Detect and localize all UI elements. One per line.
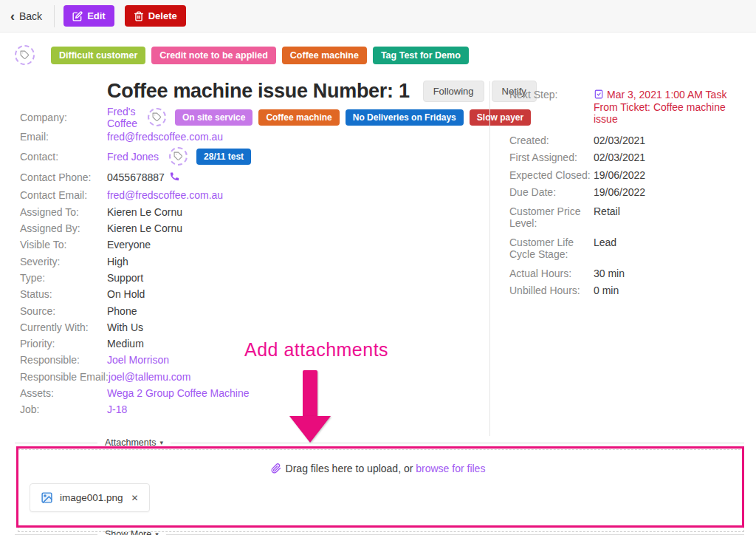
dropzone-text-row: Drag files here to upload, or browse for… (0, 463, 756, 474)
field-row-assets: Assets: Wega 2 Group Coffee Machine (20, 385, 481, 401)
summary-fields: Next Step: Mar 3, 2021 1:00 AM Task From… (509, 89, 749, 302)
attachments-section-toggle[interactable]: Attachments ▾ (15, 437, 744, 448)
tag-pill[interactable]: 28/11 test (196, 149, 251, 165)
field-label: Due Date: (509, 186, 594, 199)
field-label: Assets: (20, 387, 107, 399)
field-label: Customer Price Level: (509, 205, 594, 230)
source-value: Phone (107, 305, 137, 317)
attachment-file-name: image001.png (60, 492, 123, 503)
add-tag-icon[interactable] (169, 147, 188, 166)
field-row-type: Type: Support (20, 270, 481, 286)
tag-icon (20, 50, 30, 60)
field-row-due-date: Due Date: 19/06/2022 (509, 186, 749, 199)
company-link[interactable]: Fred's Coffee (107, 106, 137, 129)
field-row-assigned-to: Assigned To: Kieren Le Cornu (20, 204, 481, 220)
field-label: Customer Life Cycle Stage: (509, 236, 594, 261)
contact-phone-value: 0455678887 (107, 171, 165, 183)
field-label: Status: (20, 288, 107, 300)
trash-icon (134, 11, 144, 21)
field-label: Created: (509, 134, 594, 147)
calendar-check-icon (594, 89, 604, 100)
field-row-source: Source: Phone (20, 302, 481, 318)
priority-value: Medium (107, 338, 144, 350)
field-row-status: Status: On Hold (20, 286, 481, 302)
tag-pill[interactable]: Coffee machine (258, 109, 339, 126)
browse-files-link[interactable]: browse for files (416, 463, 485, 474)
field-row-job: Job: J-18 (20, 401, 481, 418)
email-link[interactable]: fred@fredscoffee.com.au (107, 131, 223, 143)
ticket-detail-page: ‹ Back Edit Delete Difficult customer Cr… (0, 0, 756, 535)
chevron-down-icon: ▾ (155, 531, 159, 535)
unbilled-hours-value: 0 min (594, 284, 619, 297)
field-label: Contact Email: (20, 189, 107, 201)
tag-pill[interactable]: Credit note to be applied (151, 47, 276, 64)
edit-pencil-icon (72, 11, 83, 21)
contact-link[interactable]: Fred Jones (107, 151, 159, 163)
tag-pill[interactable]: On site service (175, 109, 252, 126)
field-label: Company: (20, 112, 107, 123)
responsible-link[interactable]: Joel Morrison (107, 354, 169, 366)
field-row-assigned-by: Assigned By: Kieren Le Cornu (20, 220, 481, 236)
field-row-visible-to: Visible To: Everyone (20, 236, 481, 253)
field-label: Responsible Email: (20, 371, 109, 383)
chevron-left-icon: ‹ (10, 10, 15, 23)
contact-tags: 28/11 test (169, 147, 257, 166)
edit-button[interactable]: Edit (63, 5, 114, 27)
expected-closed-value: 19/06/2022 (594, 169, 645, 182)
field-label: Email: (20, 131, 107, 143)
actual-hours-value: 30 min (594, 268, 625, 280)
back-label: Back (19, 10, 42, 22)
tag-pill[interactable]: No Deliveries on Fridays (346, 109, 464, 126)
field-label: Severity: (20, 256, 107, 268)
field-row-email: Email: fred@fredscoffee.com.au (20, 129, 481, 145)
chevron-down-icon: ▾ (159, 439, 163, 446)
field-row-customer-price-level: Customer Price Level: Retail (509, 205, 749, 230)
field-row-currently-with: Currently With: With Us (20, 319, 481, 335)
next-step-link[interactable]: Mar 3, 2021 1:00 AM Task From Ticket: Co… (594, 89, 749, 126)
field-row-created: Created: 02/03/2021 (509, 134, 749, 147)
field-label: Next Step: (509, 89, 594, 126)
title-row: Coffee machine issue Number: 1 Following… (107, 80, 537, 103)
field-label: Job: (20, 403, 107, 415)
field-row-customer-life-cycle-stage: Customer Life Cycle Stage: Lead (509, 236, 749, 261)
tag-pill[interactable]: Tag Test for Demo (373, 47, 469, 64)
assets-link[interactable]: Wega 2 Group Coffee Machine (107, 387, 250, 399)
tag-icon (152, 112, 162, 122)
tag-pill[interactable]: Coffee machine (282, 47, 367, 64)
back-button[interactable]: ‹ Back (10, 10, 42, 23)
paperclip-icon (271, 463, 281, 474)
edit-label: Edit (87, 10, 106, 21)
dropzone-text: Drag files here to upload, or (286, 463, 413, 474)
column-divider (489, 81, 490, 436)
visible-to-value: Everyone (107, 239, 151, 251)
company-tags: On site service Coffee machine No Delive… (148, 108, 537, 126)
annotation-arrow (303, 370, 317, 419)
created-value: 02/03/2021 (594, 134, 645, 147)
assigned-to-value: Kieren Le Cornu (107, 206, 182, 218)
job-link[interactable]: J-18 (107, 403, 127, 415)
tag-pill[interactable]: Difficult customer (51, 47, 145, 64)
delete-button[interactable]: Delete (125, 5, 186, 27)
field-label: Type: (20, 272, 107, 284)
show-more-toggle[interactable]: Show More ▾ (15, 529, 744, 535)
remove-attachment-icon[interactable]: ✕ (131, 493, 139, 503)
field-row-severity: Severity: High (20, 253, 481, 269)
field-row-contact-email: Contact Email: fred@fredscoffee.com.au (20, 187, 481, 203)
responsible-email-link[interactable]: joel@tallemu.com (109, 371, 190, 383)
first-assigned-value: 02/03/2021 (594, 151, 645, 164)
field-label: Contact: (20, 151, 107, 163)
following-button[interactable]: Following (423, 81, 484, 102)
phone-icon[interactable] (169, 171, 180, 184)
add-tag-icon[interactable] (15, 45, 35, 65)
add-tag-icon[interactable] (148, 108, 166, 126)
delete-label: Delete (148, 10, 177, 21)
contact-email-link[interactable]: fred@fredscoffee.com.au (107, 189, 223, 201)
attachment-chip[interactable]: image001.png ✕ (30, 483, 150, 512)
field-label: Contact Phone: (20, 171, 107, 183)
field-row-contact-phone: Contact Phone: 0455678887 (20, 168, 481, 187)
field-label: Responsible: (20, 354, 107, 366)
field-label: Unbilled Hours: (509, 284, 594, 297)
field-label: Assigned By: (20, 222, 107, 234)
field-row-company: Company: Fred's Coffee On site service C… (20, 106, 481, 129)
field-label: Assigned To: (20, 206, 107, 218)
